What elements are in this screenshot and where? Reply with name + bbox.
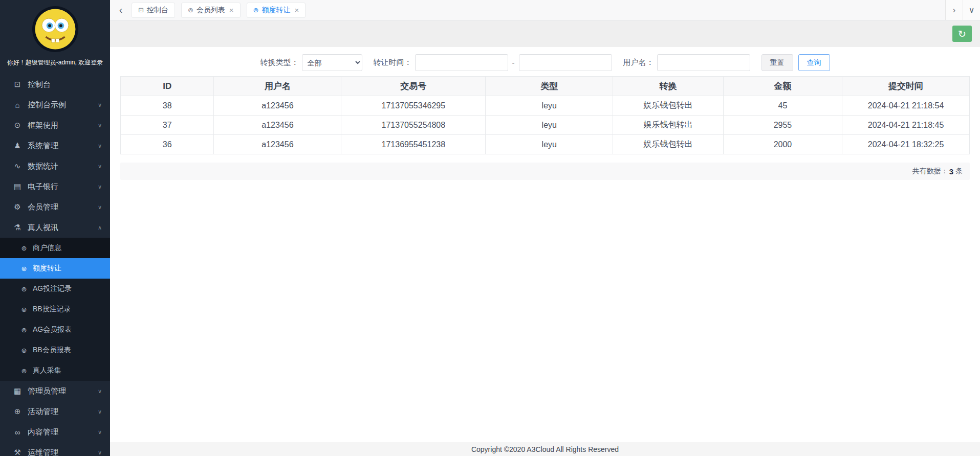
sidebar-item-system[interactable]: ♟系统管理∨ — [0, 135, 110, 156]
table-cell: a123456 — [214, 116, 341, 135]
chevron-right-icon: › — [953, 6, 955, 15]
stats-icon: ∿ — [11, 162, 24, 171]
tab-label: 会员列表 — [197, 6, 225, 15]
sidebar-subitem-label: AG投注记录 — [33, 284, 72, 293]
sidebar-item-console[interactable]: ⊡控制台 — [0, 74, 110, 95]
table-cell: 娱乐钱包转出 — [613, 96, 724, 116]
copyright-text: Copyright ©2020 A3Cloud All Rights Reser… — [471, 445, 619, 453]
console-icon: ⊡ — [138, 6, 144, 14]
column-header: 类型 — [486, 77, 613, 96]
activities-icon: ⊕ — [11, 407, 24, 416]
close-icon[interactable]: × — [229, 6, 234, 14]
time-end-input[interactable] — [519, 54, 612, 71]
type-filter-select[interactable]: 全部 — [302, 54, 362, 71]
chevron-down-icon: ∨ — [98, 429, 102, 436]
live-video-icon: ⚗ — [11, 223, 24, 232]
chevron-down-icon: ∨ — [98, 204, 102, 211]
table-cell: leyu — [486, 116, 613, 135]
sidebar-item-ops[interactable]: ⚒运维管理∨ — [0, 442, 110, 456]
sidebar-item-label: 电子银行 — [28, 182, 98, 192]
sidebar-item-label: 活动管理 — [28, 407, 98, 417]
search-button[interactable]: 查询 — [798, 54, 830, 71]
username-input[interactable] — [657, 54, 750, 71]
logo-wrap — [0, 0, 110, 54]
console-icon: ⊡ — [11, 80, 24, 89]
table-cell: 2955 — [723, 116, 842, 135]
tabs-menu-button[interactable]: ∨ — [963, 0, 980, 20]
chevron-down-icon: ∨ — [98, 163, 102, 170]
summary-suffix: 条 — [955, 167, 963, 176]
reset-button[interactable]: 重置 — [761, 54, 793, 71]
sidebar-item-activities[interactable]: ⊕活动管理∨ — [0, 401, 110, 422]
username-filter-group: 用户名： — [623, 54, 750, 71]
sidebar-item-admins[interactable]: ▦管理员管理∨ — [0, 381, 110, 401]
sidebar-item-console-demo[interactable]: ⌂控制台示例∨ — [0, 95, 110, 115]
summary-count: 3 — [949, 167, 953, 176]
sidebar-subitem-ag-member-report[interactable]: ⊚AG会员报表 — [0, 320, 110, 340]
table-cell: leyu — [486, 135, 613, 154]
column-header: 提交时间 — [842, 77, 970, 96]
tab-quota-transfer[interactable]: ⊚额度转让× — [247, 3, 306, 18]
sidebar: 你好！超级管理员-admin, 欢迎登录 ⊡控制台⌂控制台示例∨⊙框架使用∨♟系… — [0, 0, 110, 456]
toolbar: ↻ — [110, 20, 980, 47]
close-icon[interactable]: × — [294, 6, 299, 14]
admin-greeting: 你好！超级管理员-admin, 欢迎登录 — [0, 54, 110, 74]
caret-down-icon: ∨ — [969, 5, 975, 15]
tab-member-list[interactable]: ⊚会员列表× — [181, 3, 241, 18]
type-filter-label: 转换类型： — [260, 58, 299, 67]
sidebar-subitem-ag-bet-records[interactable]: ⊚AG投注记录 — [0, 279, 110, 299]
table-cell: 娱乐钱包转出 — [613, 116, 724, 135]
headset-icon: ⊚ — [18, 326, 30, 334]
tab-label: 额度转让 — [262, 6, 290, 15]
sidebar-subitem-live-collect[interactable]: ⊚真人采集 — [0, 360, 110, 381]
column-header: ID — [121, 77, 214, 96]
tab-bar: ‹ ⊡控制台⊚会员列表×⊚额度转让× › ∨ — [110, 0, 980, 20]
sidebar-subitem-label: 商户信息 — [33, 243, 61, 253]
chevron-down-icon: ∨ — [98, 184, 102, 190]
sidebar-item-label: 运维管理 — [28, 448, 98, 456]
sidebar-item-live-video[interactable]: ⚗真人视讯∧ — [0, 217, 110, 238]
column-header: 金额 — [723, 77, 842, 96]
refresh-icon: ↻ — [958, 28, 966, 40]
sidebar-subitem-label: 真人采集 — [33, 366, 61, 375]
headset-icon: ⊚ — [18, 265, 30, 272]
sidebar-subitem-merchant-info[interactable]: ⊚商户信息 — [0, 238, 110, 258]
headset-icon: ⊚ — [18, 306, 30, 313]
table-cell: 37 — [121, 116, 214, 135]
sidebar-item-stats[interactable]: ∿数据统计∨ — [0, 156, 110, 176]
tabs-scroll-left-button[interactable]: ‹ — [110, 0, 132, 20]
sidebar-item-content[interactable]: ∞内容管理∨ — [0, 422, 110, 442]
column-header: 交易号 — [341, 77, 486, 96]
sidebar-subitem-label: BB会员报表 — [33, 346, 71, 355]
table-cell: 娱乐钱包转出 — [613, 135, 724, 154]
sidebar-item-label: 系统管理 — [28, 141, 98, 151]
headset-icon: ⊚ — [188, 6, 193, 14]
time-start-input[interactable] — [415, 54, 508, 71]
table-cell: 38 — [121, 96, 214, 116]
chevron-down-icon: ∨ — [98, 388, 102, 395]
sidebar-subitem-quota-transfer[interactable]: ⊚额度转让 — [0, 258, 110, 279]
table-cell: leyu — [486, 96, 613, 116]
sidebar-subitem-bb-bet-records[interactable]: ⊚BB投注记录 — [0, 299, 110, 320]
tab-console[interactable]: ⊡控制台 — [132, 3, 175, 18]
tab-right-controls: › ∨ — [945, 0, 980, 20]
sidebar-item-members[interactable]: ⚙会员管理∨ — [0, 197, 110, 217]
tabs-scroll-right-button[interactable]: › — [945, 0, 963, 20]
logo-avatar[interactable] — [32, 6, 78, 52]
sidebar-item-ebank[interactable]: ▤电子银行∨ — [0, 176, 110, 197]
table-cell: 17137055254808 — [341, 116, 486, 135]
chevron-down-icon: ∨ — [98, 122, 102, 129]
refresh-button[interactable]: ↻ — [952, 26, 972, 42]
table-cell: 2024-04-21 18:32:25 — [842, 135, 970, 154]
ebank-icon: ▤ — [11, 182, 24, 191]
sidebar-subitem-bb-member-report[interactable]: ⊚BB会员报表 — [0, 340, 110, 360]
sidebar-item-framework[interactable]: ⊙框架使用∨ — [0, 115, 110, 135]
column-header: 用户名 — [214, 77, 341, 96]
type-filter-group: 转换类型： 全部 — [260, 54, 362, 71]
sidebar-item-label: 内容管理 — [28, 427, 98, 437]
records-table: ID用户名交易号类型转换金额提交时间 38a123456171370553462… — [120, 76, 970, 154]
table-cell: a123456 — [214, 135, 341, 154]
sidebar-item-label: 会员管理 — [28, 202, 98, 212]
sidebar-item-label: 框架使用 — [28, 121, 98, 130]
chevron-down-icon: ∨ — [98, 143, 102, 149]
